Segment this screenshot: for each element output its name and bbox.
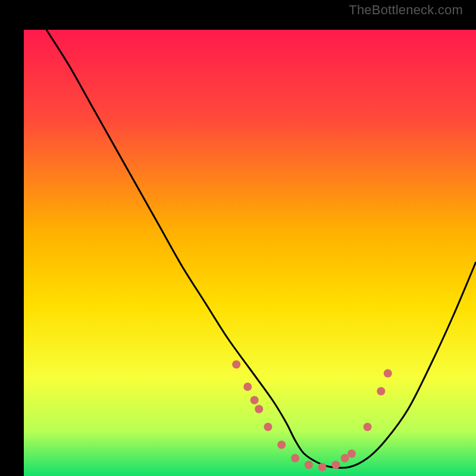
sample-point bbox=[264, 423, 272, 431]
sample-point bbox=[250, 396, 259, 405]
sample-point bbox=[243, 383, 252, 391]
sample-point bbox=[318, 463, 327, 471]
sample-point bbox=[232, 361, 240, 369]
sample-point bbox=[277, 441, 286, 449]
chart-frame bbox=[12, 12, 464, 464]
watermark-text: TheBottleneck.com bbox=[349, 2, 463, 18]
sample-point bbox=[377, 387, 385, 396]
sample-point bbox=[331, 461, 340, 469]
sample-point bbox=[291, 454, 299, 462]
sample-point bbox=[384, 369, 392, 378]
sample-point bbox=[255, 405, 263, 414]
sample-point bbox=[305, 461, 313, 469]
sample-point bbox=[364, 423, 372, 431]
sample-point bbox=[347, 450, 356, 458]
sample-point bbox=[341, 454, 349, 462]
bottleneck-chart bbox=[24, 30, 476, 476]
